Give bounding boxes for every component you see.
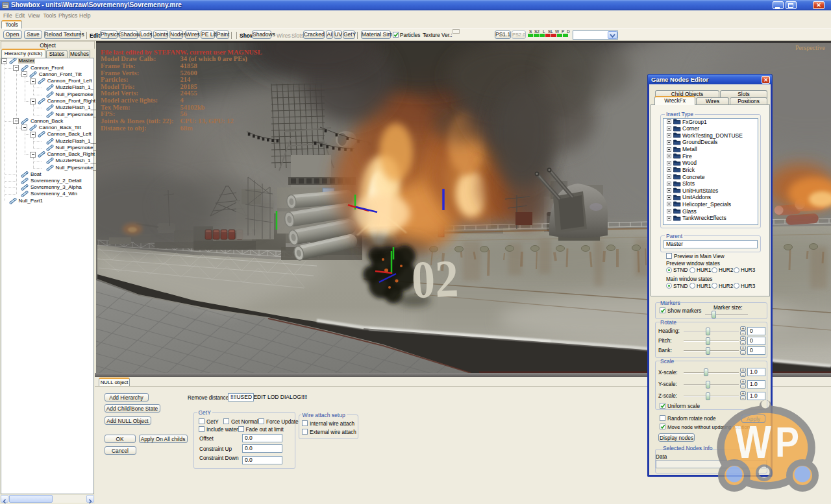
svg-text:02: 02 <box>410 249 459 309</box>
